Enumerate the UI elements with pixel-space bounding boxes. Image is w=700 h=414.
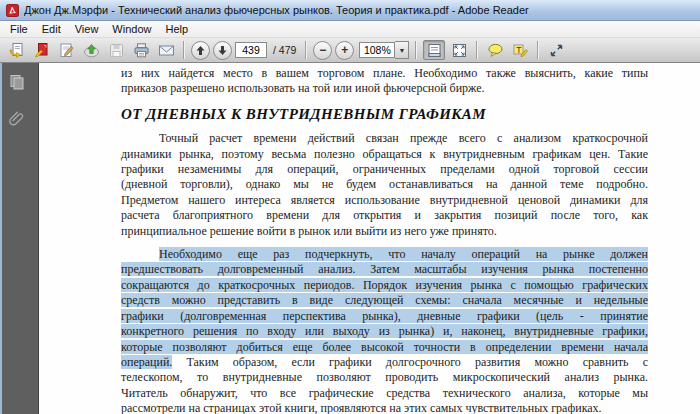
text-line: Предметом нашего интереса является испол… <box>121 193 648 208</box>
zoom-in-button[interactable]: + <box>335 41 354 60</box>
text-line: графики (долговременная перспектива рынк… <box>121 309 648 324</box>
text-line: приказов разрешено использовать на той и… <box>121 81 648 96</box>
body-text: Предметом нашего интереса является испол… <box>121 193 648 207</box>
text-line: графики незаменимы для операций, огранич… <box>121 162 648 177</box>
selected-text: Необходимо еще раз подчеркнуть, что нача… <box>159 247 648 261</box>
pdf-page[interactable]: из них найдется место в вашем торговом п… <box>39 63 700 414</box>
arrow-up-icon <box>195 45 206 56</box>
sign-document-icon <box>58 42 75 59</box>
text-line: телескопом, то внутридневные позволяют п… <box>121 370 648 385</box>
navigation-pane <box>2 63 39 414</box>
paragraph: Необходимо еще раз подчеркнуть, что нача… <box>121 247 648 414</box>
comment-button[interactable] <box>484 40 506 60</box>
text-line: сокращаются до краткосрочных периодов. П… <box>121 278 648 293</box>
fullscreen-button[interactable] <box>545 40 567 60</box>
titlebar[interactable]: Джон Дж.Мэрфи - Технический анализ фьюче… <box>0 0 700 21</box>
selected-text: сокращаются до краткосрочных периодов. П… <box>121 278 648 292</box>
body-text: приказов разрешено использовать на той и… <box>121 81 485 95</box>
highlight-text-button[interactable]: T <box>509 40 531 60</box>
text-line: рассмотрели на страницах этой книги, про… <box>121 401 648 414</box>
fit-page-icon <box>452 43 467 58</box>
page-total-label: / 479 <box>273 44 296 56</box>
toolbar: / 479 − + 108% ▼ <box>0 38 700 63</box>
body-text: (дневной торговли), однако мы не будем о… <box>121 177 648 191</box>
menu-file[interactable]: File <box>4 22 34 36</box>
text-line: расчета благоприятного времени для откры… <box>121 208 648 223</box>
toolbar-separator <box>183 41 185 59</box>
open-file-button[interactable] <box>5 40 27 60</box>
selected-text: средств можно представить в виде следующ… <box>121 293 648 307</box>
window-title: Джон Дж.Мэрфи - Технический анализ фьюче… <box>24 4 529 16</box>
text-line: предшествовать долговременный анализ. За… <box>121 262 648 277</box>
paragraph: из них найдется место в вашем торговом п… <box>121 66 648 97</box>
page-thumbnails-button[interactable] <box>4 71 30 93</box>
paragraph: Точный расчет времени действий связан пр… <box>121 131 648 239</box>
attachments-button[interactable] <box>4 107 30 129</box>
body-text: динамики рынка, поэтому весьма полезно о… <box>121 147 648 161</box>
highlight-text-icon: T <box>512 42 529 59</box>
sign-document-button[interactable] <box>55 40 77 60</box>
next-page-button[interactable] <box>213 41 232 60</box>
text-line: которые позволяют добиться еще более выс… <box>121 340 648 355</box>
page-number-input[interactable] <box>235 42 267 58</box>
selected-text: графики (долговременная перспектива рынк… <box>121 309 648 323</box>
document-workspace: из них найдется место в вашем торговом п… <box>0 63 700 414</box>
previous-page-button[interactable] <box>191 41 210 60</box>
body-text: расчета благоприятного времени для откры… <box>121 208 648 222</box>
text-line: Читатель обнаружит, что все графические … <box>121 386 648 401</box>
adobe-reader-window: Джон Дж.Мэрфи - Технический анализ фьюче… <box>0 0 700 414</box>
save-button[interactable] <box>105 40 127 60</box>
body-text: телескопом, то внутридневные позволяют п… <box>121 370 648 384</box>
toolbar-separator <box>305 41 307 59</box>
text-line: Точный расчет времени действий связан пр… <box>121 131 648 146</box>
comment-bubble-icon <box>487 42 504 59</box>
scrolling-mode-icon <box>427 43 442 58</box>
email-button[interactable] <box>155 40 177 60</box>
share-upload-icon <box>83 42 100 59</box>
menu-view[interactable]: View <box>69 22 105 36</box>
adobe-pdf-app-icon <box>6 4 19 17</box>
svg-text:T: T <box>516 44 521 54</box>
text-line: средств можно представить в виде следующ… <box>121 293 648 308</box>
share-upload-button[interactable] <box>80 40 102 60</box>
fullscreen-icon <box>549 43 564 58</box>
print-button[interactable] <box>130 40 152 60</box>
pdf-page-content: из них найдется место в вашем торговом п… <box>121 66 648 414</box>
email-icon <box>158 42 175 59</box>
convert-to-pdf-icon <box>33 42 50 59</box>
paperclip-icon <box>8 109 26 127</box>
toolbar-separator <box>476 41 478 59</box>
save-icon <box>108 42 125 59</box>
text-line: (дневной торговли), однако мы не будем о… <box>121 177 648 192</box>
selected-text: которые позволяют добиться еще более выс… <box>121 340 648 354</box>
zoom-level-value[interactable]: 108% <box>359 42 395 58</box>
menu-edit[interactable]: Edit <box>36 22 67 36</box>
section-heading: ОТ ДНЕВНЫХ К ВНУТРИДНЕВНЫМ ГРАФИКАМ <box>121 107 648 122</box>
zoom-out-button[interactable]: − <box>313 41 332 60</box>
open-file-icon <box>8 42 25 59</box>
toolbar-separator <box>415 41 417 59</box>
menu-help[interactable]: Help <box>159 22 194 36</box>
selected-text: предшествовать долговременный анализ. За… <box>121 262 648 276</box>
body-text: Читатель обнаружит, что все графические … <box>121 386 648 400</box>
text-line: динамики рынка, поэтому весьма полезно о… <box>121 147 648 162</box>
body-text: Таким образом, если графики долгосрочног… <box>172 355 648 369</box>
selected-text: конкретного решения по входу или выходу … <box>121 324 648 338</box>
arrow-down-icon <box>217 45 228 56</box>
selected-text: операций. <box>121 355 172 369</box>
convert-to-pdf-button[interactable] <box>30 40 52 60</box>
print-icon <box>133 42 150 59</box>
text-line: конкретного решения по входу или выходу … <box>121 324 648 339</box>
scrolling-mode-button[interactable] <box>423 40 445 60</box>
body-text: Точный расчет времени действий связан пр… <box>159 131 648 145</box>
page-thumbnails-icon <box>8 73 26 91</box>
body-text: рассмотрели на страницах этой книги, про… <box>121 401 602 414</box>
fit-page-button[interactable] <box>448 40 470 60</box>
zoom-dropdown-arrow-icon[interactable]: ▼ <box>395 41 409 59</box>
menu-window[interactable]: Window <box>106 22 157 36</box>
body-text: из них найдется место в вашем торговом п… <box>121 66 648 80</box>
text-line: принципиальное решение войти в рынок или… <box>121 224 648 239</box>
text-line: из них найдется место в вашем торговом п… <box>121 66 648 81</box>
zoom-level-control: 108% ▼ <box>359 41 409 59</box>
body-text: принципиальное решение войти в рынок или… <box>121 224 497 238</box>
